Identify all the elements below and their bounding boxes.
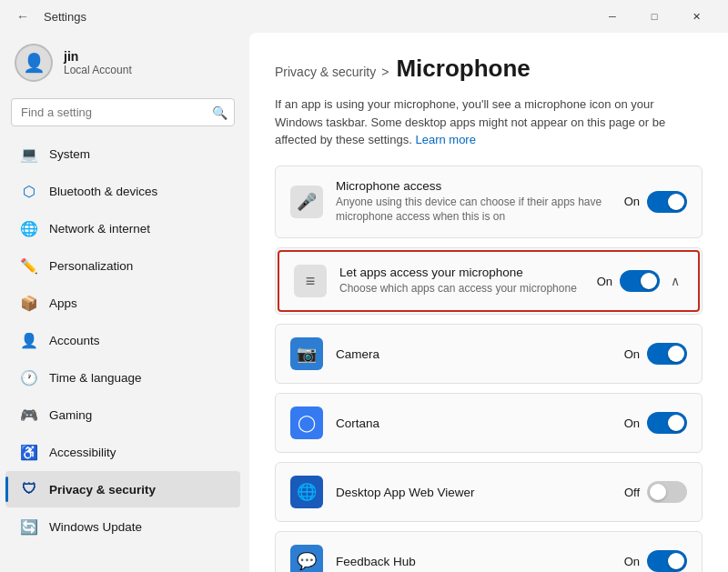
sidebar-nav: 💻 System ⬡ Bluetooth & devices 🌐 Network… bbox=[0, 135, 246, 545]
sidebar-item-accounts[interactable]: 👤 Accounts bbox=[5, 322, 240, 358]
sidebar-item-label: System bbox=[49, 147, 90, 161]
mic-access-desc: Anyone using this device can choose if t… bbox=[336, 195, 612, 226]
feedback-toggle[interactable] bbox=[647, 550, 687, 572]
sidebar-item-accessibility[interactable]: ♿ Accessibility bbox=[5, 434, 240, 470]
camera-icon: 📷 bbox=[290, 337, 323, 370]
main-content: Privacy & security > Microphone If an ap… bbox=[249, 33, 728, 572]
accounts-icon: 👤 bbox=[20, 331, 38, 349]
mic-access-text: Microphone accessAnyone using this devic… bbox=[336, 179, 612, 226]
let-apps-desc: Choose which apps can access your microp… bbox=[339, 281, 584, 296]
sidebar-item-personalization[interactable]: ✏️ Personalization bbox=[5, 247, 240, 284]
sidebar-item-gaming[interactable]: 🎮 Gaming bbox=[5, 396, 240, 433]
cortana-control: On bbox=[624, 412, 687, 434]
page-header: Privacy & security > Microphone bbox=[275, 55, 703, 85]
titlebar: ← Settings ─ □ ✕ bbox=[0, 0, 728, 33]
desktop-app-toggle[interactable] bbox=[647, 481, 687, 503]
titlebar-nav: ← bbox=[11, 5, 35, 27]
sidebar-item-bluetooth[interactable]: ⬡ Bluetooth & devices bbox=[5, 173, 240, 209]
privacy-icon: 🛡 bbox=[20, 480, 38, 498]
camera-text: Camera bbox=[336, 347, 612, 361]
sidebar-item-time[interactable]: 🕐 Time & language bbox=[5, 359, 240, 396]
sidebar-item-apps[interactable]: 📦 Apps bbox=[5, 285, 240, 321]
maximize-button[interactable]: □ bbox=[633, 3, 675, 30]
time-icon: 🕐 bbox=[20, 368, 38, 386]
settings-row-desktop-app: 🌐Desktop App Web Viewer Off bbox=[276, 463, 702, 521]
sidebar-item-label: Privacy & security bbox=[49, 483, 156, 497]
camera-toggle[interactable] bbox=[647, 343, 687, 365]
description: If an app is using your microphone, you'… bbox=[275, 95, 703, 149]
settings-row-feedback: 💬Feedback Hub On bbox=[276, 532, 702, 572]
let-apps-text: Let apps access your microphoneChoose wh… bbox=[339, 266, 584, 296]
breadcrumb: Privacy & security > bbox=[275, 65, 389, 79]
desktop-app-text: Desktop App Web Viewer bbox=[336, 486, 612, 499]
mic-access-toggle-label: On bbox=[624, 195, 640, 208]
minimize-button[interactable]: ─ bbox=[592, 3, 633, 30]
user-info: jin Local Account bbox=[64, 49, 132, 76]
breadcrumb-arrow: > bbox=[381, 65, 389, 79]
close-button[interactable]: ✕ bbox=[675, 3, 717, 30]
back-button[interactable]: ← bbox=[11, 5, 35, 27]
mic-access-control: On bbox=[624, 191, 687, 213]
feedback-text: Feedback Hub bbox=[336, 555, 612, 568]
personalization-icon: ✏️ bbox=[20, 256, 38, 275]
camera-toggle-label: On bbox=[624, 347, 640, 361]
avatar-icon: 👤 bbox=[23, 52, 46, 74]
settings-rows: 🎤Microphone accessAnyone using this devi… bbox=[275, 166, 703, 573]
cortana-toggle[interactable] bbox=[647, 412, 687, 434]
learn-more-link[interactable]: Learn more bbox=[415, 133, 475, 146]
avatar: 👤 bbox=[15, 44, 53, 82]
settings-row-mic-access: 🎤Microphone accessAnyone using this devi… bbox=[276, 166, 702, 238]
sidebar-item-network[interactable]: 🌐 Network & internet bbox=[5, 210, 240, 246]
desktop-app-control: Off bbox=[624, 481, 687, 503]
search-box: 🔍 bbox=[11, 98, 235, 126]
sidebar-item-label: Apps bbox=[49, 296, 77, 310]
desktop-app-title: Desktop App Web Viewer bbox=[336, 486, 612, 499]
let-apps-control: On ∧ bbox=[597, 270, 683, 292]
let-apps-chevron[interactable]: ∧ bbox=[667, 270, 683, 292]
settings-row-let-apps: ≡Let apps access your microphoneChoose w… bbox=[278, 250, 700, 312]
update-icon: 🔄 bbox=[20, 517, 38, 536]
camera-control: On bbox=[624, 343, 687, 365]
let-apps-toggle[interactable] bbox=[620, 270, 660, 292]
let-apps-icon: ≡ bbox=[294, 265, 327, 297]
desktop-app-toggle-label: Off bbox=[624, 486, 640, 499]
sidebar-item-label: Windows Update bbox=[49, 520, 142, 534]
search-input[interactable] bbox=[11, 98, 235, 126]
apps-icon: 📦 bbox=[20, 294, 38, 312]
page-title: Microphone bbox=[396, 55, 530, 83]
user-name: jin bbox=[64, 49, 132, 64]
desktop-app-icon: 🌐 bbox=[290, 476, 323, 508]
bluetooth-icon: ⬡ bbox=[20, 182, 38, 200]
feedback-title: Feedback Hub bbox=[336, 555, 612, 568]
sidebar-item-label: Network & internet bbox=[49, 222, 150, 236]
sidebar-item-label: Personalization bbox=[49, 259, 133, 273]
search-button[interactable]: 🔍 bbox=[212, 105, 228, 120]
sidebar-item-system[interactable]: 💻 System bbox=[5, 135, 240, 172]
sidebar: 👤 jin Local Account 🔍 💻 System ⬡ Bluetoo… bbox=[0, 33, 246, 572]
network-icon: 🌐 bbox=[20, 219, 38, 237]
titlebar-title: Settings bbox=[44, 10, 86, 24]
let-apps-title: Let apps access your microphone bbox=[339, 266, 584, 279]
app-body: 👤 jin Local Account 🔍 💻 System ⬡ Bluetoo… bbox=[0, 33, 728, 572]
titlebar-controls: ─ □ ✕ bbox=[592, 3, 717, 30]
system-icon: 💻 bbox=[20, 145, 38, 163]
sidebar-item-update[interactable]: 🔄 Windows Update bbox=[5, 508, 240, 545]
settings-row-cortana: ◯Cortana On bbox=[276, 394, 702, 452]
cortana-title: Cortana bbox=[336, 416, 612, 430]
camera-title: Camera bbox=[336, 347, 612, 361]
feedback-control: On bbox=[624, 550, 687, 572]
sidebar-item-label: Gaming bbox=[49, 408, 92, 422]
gaming-icon: 🎮 bbox=[20, 406, 38, 424]
accessibility-icon: ♿ bbox=[20, 443, 38, 461]
mic-access-toggle[interactable] bbox=[647, 191, 687, 213]
user-profile[interactable]: 👤 jin Local Account bbox=[0, 33, 246, 93]
sidebar-item-label: Bluetooth & devices bbox=[49, 185, 157, 198]
sidebar-item-privacy[interactable]: 🛡 Privacy & security bbox=[5, 471, 240, 507]
sidebar-item-label: Accessibility bbox=[49, 446, 116, 459]
cortana-toggle-label: On bbox=[624, 416, 640, 430]
breadcrumb-text: Privacy & security bbox=[275, 65, 376, 79]
sidebar-item-label: Accounts bbox=[49, 334, 100, 347]
sidebar-item-label: Time & language bbox=[49, 371, 142, 385]
let-apps-toggle-label: On bbox=[597, 275, 612, 288]
user-role: Local Account bbox=[64, 64, 132, 76]
